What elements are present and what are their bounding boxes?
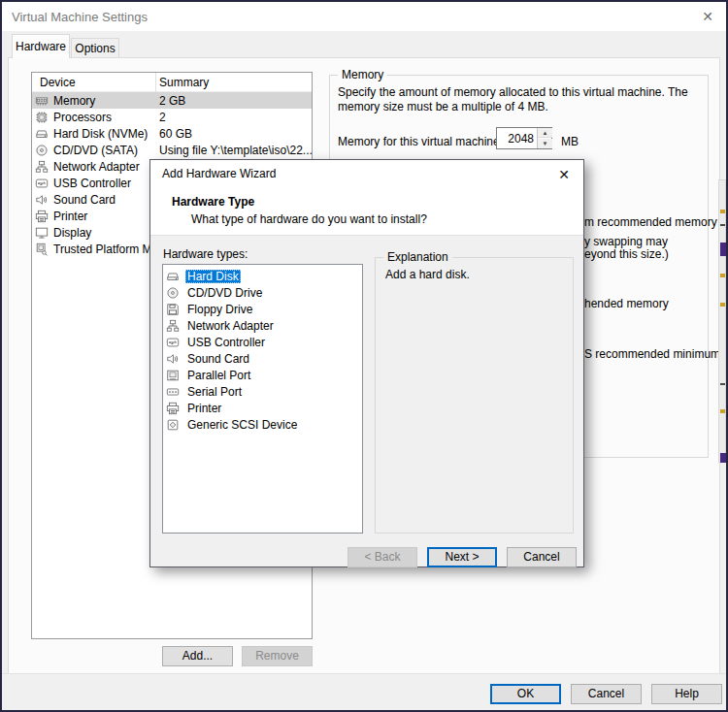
hardware-type-item[interactable]: Hard Disk	[163, 268, 362, 284]
hard-disk-icon	[166, 269, 182, 284]
device-row[interactable]: Memory 2 GB	[32, 92, 312, 109]
close-icon[interactable]: ✕	[697, 7, 718, 26]
display-icon	[35, 225, 50, 241]
slider-tick	[720, 224, 725, 226]
explanation-group-label: Explanation	[383, 250, 452, 264]
ok-button[interactable]: OK	[490, 684, 561, 704]
device-name: Display	[53, 226, 91, 240]
wizard-title: Add Hardware Wizard	[162, 167, 276, 180]
processors-icon	[35, 110, 50, 125]
spinner-down-button[interactable]: ▼	[538, 139, 552, 148]
device-name: CD/DVD (SATA)	[53, 144, 138, 157]
remove-device-button[interactable]: Remove	[242, 646, 313, 666]
device-name: Network Adapter	[53, 160, 140, 174]
device-name: USB Controller	[53, 177, 131, 190]
hardware-type-item[interactable]: Generic SCSI Device	[163, 416, 362, 433]
scsi-icon	[166, 417, 182, 433]
device-row[interactable]: Hard Disk (NVMe) 60 GB	[32, 125, 312, 142]
column-header-summary: Summary	[159, 76, 209, 89]
device-name: Processors	[53, 111, 112, 124]
sound-card-icon	[35, 192, 50, 208]
slider-thumb[interactable]	[720, 243, 726, 256]
cancel-button[interactable]: Cancel	[571, 684, 642, 704]
memory-info-fragment: m recommended memory	[584, 215, 717, 229]
device-name: Hard Disk (NVMe)	[53, 127, 148, 141]
hardware-type-item[interactable]: Sound Card	[163, 350, 362, 367]
slider-marker-max-recommended	[720, 210, 725, 213]
add-hardware-wizard-dialog: Add Hardware Wizard ✕ Hardware Type What…	[149, 159, 584, 567]
hardware-type-label: USB Controller	[185, 336, 267, 349]
device-row[interactable]: CD/DVD (SATA) Using file Y:\template\iso…	[32, 142, 312, 158]
next-button[interactable]: Next >	[427, 547, 497, 567]
printer-icon	[35, 209, 50, 224]
cd-dvd-icon	[166, 285, 182, 301]
sound-card-icon	[166, 351, 182, 367]
column-divider	[155, 73, 156, 92]
wizard-cancel-button[interactable]: Cancel	[507, 547, 577, 567]
wizard-subheading: What type of hardware do you want to ins…	[191, 212, 427, 226]
slider-marker-recommended	[720, 303, 725, 307]
usb-controller-icon	[35, 176, 50, 191]
spinner-up-button[interactable]: ▲	[538, 128, 552, 138]
hardware-type-label: Network Adapter	[185, 319, 276, 333]
device-name: Memory	[53, 94, 95, 108]
wizard-titlebar[interactable]: Add Hardware Wizard ✕	[150, 160, 583, 187]
tab-hardware[interactable]: Hardware	[12, 34, 70, 58]
device-name: Sound Card	[53, 193, 116, 207]
memory-field-label: Memory for this virtual machine:	[338, 135, 503, 148]
dialog-footer: OK Cancel Help	[2, 673, 726, 710]
hardware-type-item[interactable]: Parallel Port	[163, 367, 362, 383]
hardware-type-label: CD/DVD Drive	[185, 286, 264, 300]
serial-port-icon	[166, 384, 182, 400]
network-adapter-icon	[35, 159, 50, 175]
hardware-type-label: Printer	[185, 402, 223, 415]
add-device-button[interactable]: Add...	[162, 646, 233, 666]
memory-info-fragment: eyond this size.)	[584, 247, 669, 261]
hardware-type-item[interactable]: CD/DVD Drive	[163, 284, 362, 301]
wizard-header: Hardware Type What type of hardware do y…	[150, 187, 583, 236]
hardware-type-label: Sound Card	[185, 352, 251, 366]
back-button[interactable]: < Back	[347, 547, 417, 567]
memory-value-input[interactable]	[497, 128, 537, 148]
hard-disk-icon	[35, 126, 50, 142]
hardware-types-label: Hardware types:	[163, 247, 248, 261]
memory-spinner: ▲ ▼	[496, 127, 552, 149]
hardware-type-item[interactable]: Printer	[163, 400, 362, 416]
virtual-machine-settings-window: Virtual Machine Settings ✕ Hardware Opti…	[0, 0, 728, 712]
slider-marker	[720, 274, 725, 277]
slider-marker-minimum	[720, 409, 725, 413]
parallel-port-icon	[166, 368, 182, 383]
memory-icon	[35, 93, 50, 109]
tpm-icon	[35, 242, 50, 257]
slider-marker-bottom	[720, 453, 726, 463]
help-button[interactable]: Help	[651, 684, 722, 704]
window-titlebar[interactable]: Virtual Machine Settings ✕	[2, 2, 726, 31]
tab-options[interactable]: Options	[71, 38, 119, 58]
hardware-type-label: Floppy Drive	[185, 303, 254, 316]
device-summary: 2 GB	[159, 94, 185, 108]
explanation-groupbox: Explanation Add a hard disk.	[375, 257, 574, 534]
hardware-type-label: Generic SCSI Device	[185, 418, 299, 432]
device-list-header: Device Summary	[32, 73, 312, 92]
wizard-close-icon[interactable]: ✕	[553, 165, 575, 184]
device-row[interactable]: Processors 2	[32, 109, 312, 125]
device-summary: 60 GB	[159, 127, 192, 141]
cd-dvd-icon	[35, 143, 50, 158]
spinner-arrows: ▲ ▼	[537, 128, 551, 148]
wizard-heading: Hardware Type	[172, 195, 254, 209]
hardware-type-label: Serial Port	[185, 385, 244, 399]
hardware-type-item[interactable]: Network Adapter	[163, 317, 362, 334]
memory-slider[interactable]	[718, 179, 726, 463]
memory-info-fragment: S recommended minimum	[584, 347, 720, 361]
slider-tick	[720, 383, 725, 385]
memory-info-fragment: hended memory	[584, 297, 669, 310]
device-summary: Using file Y:\template\iso\22...	[159, 144, 313, 157]
floppy-icon	[166, 302, 182, 317]
hardware-type-item[interactable]: Serial Port	[163, 383, 362, 400]
hardware-type-item[interactable]: Floppy Drive	[163, 301, 362, 317]
memory-info-fragment: y swapping may	[584, 235, 668, 248]
network-adapter-icon	[166, 318, 182, 334]
explanation-text: Add a hard disk.	[385, 268, 470, 281]
hardware-type-item[interactable]: USB Controller	[163, 334, 362, 350]
device-name: Printer	[53, 210, 87, 223]
